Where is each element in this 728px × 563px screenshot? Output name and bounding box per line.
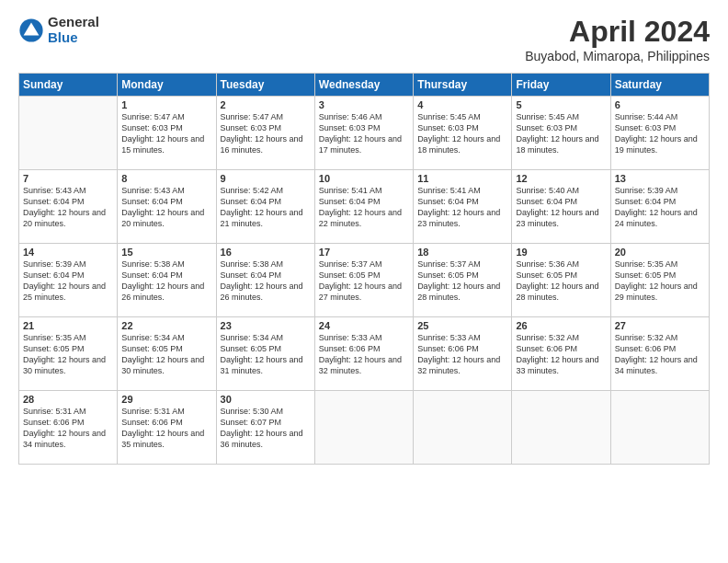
sunset-text: Sunset: 6:07 PM: [221, 417, 311, 428]
col-saturday: Saturday: [610, 74, 709, 97]
calendar-cell: 28Sunrise: 5:31 AMSunset: 6:06 PMDayligh…: [19, 391, 118, 465]
daylight-text: Daylight: 12 hours and 18 minutes.: [516, 133, 606, 155]
daylight-text: Daylight: 12 hours and 20 minutes.: [23, 207, 113, 229]
calendar-cell: 29Sunrise: 5:31 AMSunset: 6:06 PMDayligh…: [118, 391, 216, 465]
day-info: Sunrise: 5:38 AMSunset: 6:04 PMDaylight:…: [221, 259, 311, 304]
calendar-cell: 23Sunrise: 5:34 AMSunset: 6:05 PMDayligh…: [216, 317, 314, 391]
calendar-week-0: 1Sunrise: 5:47 AMSunset: 6:03 PMDaylight…: [19, 97, 710, 170]
sunset-text: Sunset: 6:03 PM: [417, 122, 507, 133]
daylight-text: Daylight: 12 hours and 28 minutes.: [417, 281, 507, 303]
day-info: Sunrise: 5:33 AMSunset: 6:06 PMDaylight:…: [319, 332, 409, 377]
daylight-text: Daylight: 12 hours and 20 minutes.: [121, 207, 211, 229]
daylight-text: Daylight: 12 hours and 17 minutes.: [319, 133, 409, 155]
calendar-cell: 19Sunrise: 5:36 AMSunset: 6:05 PMDayligh…: [512, 244, 610, 317]
sunrise-text: Sunrise: 5:38 AM: [221, 259, 311, 270]
day-number: 2: [221, 99, 311, 110]
logo: General Blue: [18, 15, 99, 45]
sunset-text: Sunset: 6:05 PM: [23, 343, 113, 354]
day-number: 16: [221, 247, 311, 258]
day-info: Sunrise: 5:43 AMSunset: 6:04 PMDaylight:…: [23, 185, 113, 230]
day-info: Sunrise: 5:47 AMSunset: 6:03 PMDaylight:…: [121, 111, 211, 156]
sunset-text: Sunset: 6:06 PM: [23, 417, 113, 428]
sunset-text: Sunset: 6:05 PM: [615, 270, 705, 281]
sunset-text: Sunset: 6:04 PM: [615, 196, 705, 207]
day-info: Sunrise: 5:47 AMSunset: 6:03 PMDaylight:…: [221, 111, 311, 156]
sunrise-text: Sunrise: 5:37 AM: [417, 259, 507, 270]
sunrise-text: Sunrise: 5:41 AM: [417, 185, 507, 196]
calendar-cell: 10Sunrise: 5:41 AMSunset: 6:04 PMDayligh…: [314, 170, 413, 244]
calendar-week-4: 28Sunrise: 5:31 AMSunset: 6:06 PMDayligh…: [19, 391, 710, 465]
day-number: 6: [615, 99, 705, 110]
calendar-cell: 21Sunrise: 5:35 AMSunset: 6:05 PMDayligh…: [19, 317, 118, 391]
logo-text: General Blue: [48, 15, 99, 45]
daylight-text: Daylight: 12 hours and 31 minutes.: [221, 354, 311, 376]
daylight-text: Daylight: 12 hours and 27 minutes.: [319, 281, 409, 303]
col-wednesday: Wednesday: [314, 74, 413, 97]
daylight-text: Daylight: 12 hours and 16 minutes.: [221, 133, 311, 155]
calendar-body: 1Sunrise: 5:47 AMSunset: 6:03 PMDaylight…: [19, 97, 710, 465]
sunset-text: Sunset: 6:04 PM: [121, 270, 211, 281]
daylight-text: Daylight: 12 hours and 18 minutes.: [417, 133, 507, 155]
calendar-cell: 27Sunrise: 5:32 AMSunset: 6:06 PMDayligh…: [610, 317, 709, 391]
calendar-cell: 12Sunrise: 5:40 AMSunset: 6:04 PMDayligh…: [512, 170, 610, 244]
calendar-cell: 14Sunrise: 5:39 AMSunset: 6:04 PMDayligh…: [19, 244, 118, 317]
daylight-text: Daylight: 12 hours and 35 minutes.: [121, 428, 211, 450]
sunset-text: Sunset: 6:03 PM: [516, 122, 606, 133]
daylight-text: Daylight: 12 hours and 22 minutes.: [319, 207, 409, 229]
day-number: 13: [615, 173, 705, 184]
day-info: Sunrise: 5:41 AMSunset: 6:04 PMDaylight:…: [417, 185, 507, 230]
calendar-cell: 16Sunrise: 5:38 AMSunset: 6:04 PMDayligh…: [216, 244, 314, 317]
day-info: Sunrise: 5:39 AMSunset: 6:04 PMDaylight:…: [23, 259, 113, 304]
daylight-text: Daylight: 12 hours and 23 minutes.: [516, 207, 606, 229]
calendar-header: Sunday Monday Tuesday Wednesday Thursday…: [19, 74, 710, 97]
sunrise-text: Sunrise: 5:33 AM: [319, 332, 409, 343]
calendar-cell: 18Sunrise: 5:37 AMSunset: 6:05 PMDayligh…: [414, 244, 512, 317]
logo-general: General: [48, 15, 99, 30]
day-info: Sunrise: 5:37 AMSunset: 6:05 PMDaylight:…: [319, 259, 409, 304]
day-info: Sunrise: 5:30 AMSunset: 6:07 PMDaylight:…: [221, 406, 311, 451]
sunrise-text: Sunrise: 5:38 AM: [121, 259, 211, 270]
daylight-text: Daylight: 12 hours and 21 minutes.: [221, 207, 311, 229]
daylight-text: Daylight: 12 hours and 28 minutes.: [516, 281, 606, 303]
col-monday: Monday: [118, 74, 216, 97]
sunrise-text: Sunrise: 5:44 AM: [615, 111, 705, 122]
day-info: Sunrise: 5:44 AMSunset: 6:03 PMDaylight:…: [615, 111, 705, 156]
calendar-week-1: 7Sunrise: 5:43 AMSunset: 6:04 PMDaylight…: [19, 170, 710, 244]
sunrise-text: Sunrise: 5:31 AM: [121, 406, 211, 417]
day-info: Sunrise: 5:40 AMSunset: 6:04 PMDaylight:…: [516, 185, 606, 230]
sunrise-text: Sunrise: 5:32 AM: [615, 332, 705, 343]
sunset-text: Sunset: 6:04 PM: [221, 196, 311, 207]
sunrise-text: Sunrise: 5:32 AM: [516, 332, 606, 343]
calendar-cell: [414, 391, 512, 465]
sunset-text: Sunset: 6:04 PM: [121, 196, 211, 207]
day-number: 26: [516, 320, 606, 331]
day-info: Sunrise: 5:38 AMSunset: 6:04 PMDaylight:…: [121, 259, 211, 304]
sunset-text: Sunset: 6:04 PM: [23, 270, 113, 281]
calendar-cell: 9Sunrise: 5:42 AMSunset: 6:04 PMDaylight…: [216, 170, 314, 244]
day-info: Sunrise: 5:42 AMSunset: 6:04 PMDaylight:…: [221, 185, 311, 230]
daylight-text: Daylight: 12 hours and 30 minutes.: [121, 354, 211, 376]
day-number: 18: [417, 247, 507, 258]
sunset-text: Sunset: 6:06 PM: [516, 343, 606, 354]
calendar: Sunday Monday Tuesday Wednesday Thursday…: [18, 73, 710, 465]
sunrise-text: Sunrise: 5:30 AM: [221, 406, 311, 417]
sunset-text: Sunset: 6:05 PM: [121, 343, 211, 354]
sunset-text: Sunset: 6:03 PM: [615, 122, 705, 133]
sunset-text: Sunset: 6:06 PM: [319, 343, 409, 354]
day-number: 1: [121, 99, 211, 110]
col-thursday: Thursday: [414, 74, 512, 97]
day-info: Sunrise: 5:34 AMSunset: 6:05 PMDaylight:…: [121, 332, 211, 377]
calendar-cell: 8Sunrise: 5:43 AMSunset: 6:04 PMDaylight…: [118, 170, 216, 244]
calendar-cell: [19, 97, 118, 170]
sunrise-text: Sunrise: 5:46 AM: [319, 111, 409, 122]
daylight-text: Daylight: 12 hours and 23 minutes.: [417, 207, 507, 229]
sunset-text: Sunset: 6:06 PM: [417, 343, 507, 354]
daylight-text: Daylight: 12 hours and 33 minutes.: [516, 354, 606, 376]
sunset-text: Sunset: 6:04 PM: [417, 196, 507, 207]
header-row: Sunday Monday Tuesday Wednesday Thursday…: [19, 74, 710, 97]
daylight-text: Daylight: 12 hours and 32 minutes.: [319, 354, 409, 376]
calendar-cell: 5Sunrise: 5:45 AMSunset: 6:03 PMDaylight…: [512, 97, 610, 170]
sunrise-text: Sunrise: 5:36 AM: [516, 259, 606, 270]
calendar-cell: 30Sunrise: 5:30 AMSunset: 6:07 PMDayligh…: [216, 391, 314, 465]
sunrise-text: Sunrise: 5:34 AM: [221, 332, 311, 343]
